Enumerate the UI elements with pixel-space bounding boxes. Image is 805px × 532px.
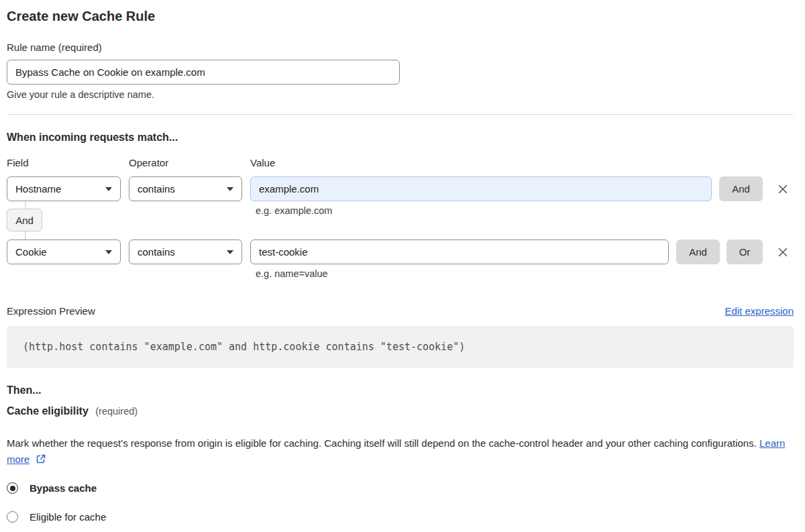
condition-connector-area: And e.g. example.com (7, 201, 794, 240)
chevron-down-icon (227, 250, 233, 254)
operator-column-label: Operator (129, 157, 250, 168)
page-title: Create new Cache Rule (7, 8, 794, 24)
x-icon (776, 246, 790, 259)
add-or-condition-button[interactable]: Or (727, 240, 763, 264)
condition-column-labels: Field Operator Value (7, 157, 794, 168)
operator-select[interactable]: contains (129, 240, 242, 264)
remove-condition-button[interactable] (775, 176, 790, 201)
condition-row-1: Hostname contains And (7, 176, 794, 201)
match-heading: When incoming requests match... (7, 131, 794, 144)
value-hint: e.g. example.com (256, 205, 332, 217)
required-note: (required) (95, 406, 138, 417)
radio-unselected-icon[interactable] (7, 511, 18, 523)
add-and-condition-button[interactable]: And (719, 176, 763, 201)
radio-option-label: Bypass cache (30, 482, 97, 494)
edit-expression-link[interactable]: Edit expression (724, 305, 794, 317)
expression-preview-header: Expression Preview Edit expression (7, 305, 794, 317)
radio-selected-icon[interactable] (7, 482, 18, 494)
operator-select[interactable]: contains (129, 176, 242, 201)
field-select[interactable]: Cookie (7, 240, 121, 264)
add-and-condition-button[interactable]: And (676, 240, 720, 264)
divider (7, 114, 794, 115)
chevron-down-icon (105, 187, 112, 191)
x-icon (776, 182, 790, 196)
rule-name-helper: Give your rule a descriptive name. (7, 89, 794, 101)
connector-line (25, 231, 25, 240)
expression-preview-label: Expression Preview (7, 305, 95, 317)
field-select-value: Hostname (15, 183, 61, 195)
cache-eligibility-heading: Cache eligibility (required) (7, 405, 794, 418)
remove-condition-button[interactable] (775, 240, 790, 264)
then-heading: Then... (7, 384, 794, 396)
cache-eligibility-description: Mark whether the request’s response from… (7, 435, 788, 469)
expression-preview-code: (http.host contains "example.com" and ht… (7, 326, 794, 368)
expression-code-text: (http.host contains "example.com" and ht… (23, 341, 465, 353)
chevron-down-icon (105, 250, 112, 254)
value-input[interactable] (250, 240, 669, 264)
field-column-label: Field (7, 157, 129, 168)
external-link-icon (36, 453, 46, 469)
description-text: Mark whether the request’s response from… (7, 437, 757, 449)
field-select-value: Cookie (15, 246, 47, 258)
radio-option-eligible-for-cache[interactable]: Eligible for cache (7, 511, 794, 523)
field-select[interactable]: Hostname (7, 176, 121, 201)
connector-line (25, 201, 25, 209)
connector-and-button[interactable]: And (7, 209, 42, 231)
radio-option-label: Eligible for cache (30, 511, 106, 523)
chevron-down-icon (227, 187, 233, 191)
radio-option-bypass-cache[interactable]: Bypass cache (7, 482, 794, 494)
cache-eligibility-title: Cache eligibility (7, 405, 89, 417)
value-hint: e.g. name=value (256, 268, 794, 280)
rule-name-label: Rule name (required) (7, 42, 794, 53)
value-input[interactable] (250, 176, 712, 201)
operator-select-value: contains (138, 183, 175, 195)
operator-select-value: contains (138, 246, 175, 258)
condition-row-2: Cookie contains And Or (7, 240, 794, 264)
rule-name-input[interactable] (7, 60, 400, 85)
create-cache-rule-page: Create new Cache Rule Rule name (require… (0, 0, 805, 532)
value-column-label: Value (250, 157, 275, 168)
